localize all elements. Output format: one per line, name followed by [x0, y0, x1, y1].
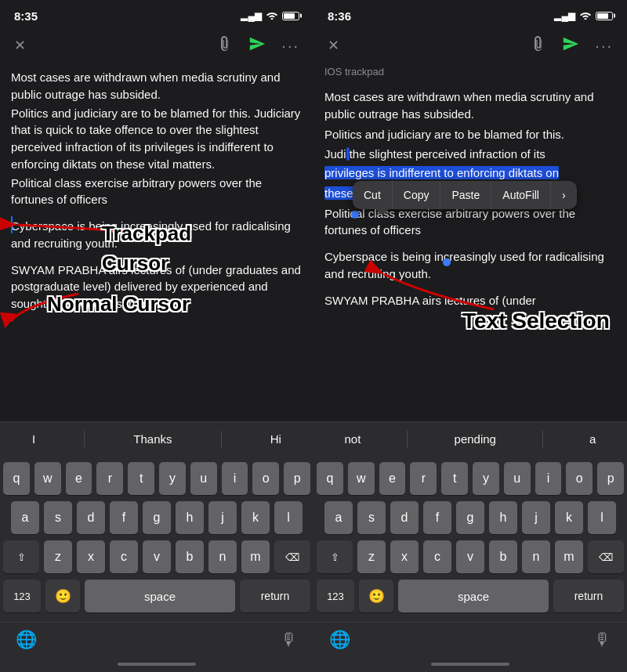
context-cut[interactable]: Cut	[353, 181, 393, 209]
rkey-y[interactable]: y	[473, 462, 499, 495]
rkey-b[interactable]: b	[489, 540, 517, 573]
rkey-a[interactable]: a	[324, 501, 353, 534]
right-mic-icon[interactable]: 🎙	[594, 630, 611, 650]
rkey-h[interactable]: h	[489, 501, 517, 534]
right-pred-2[interactable]: pending	[439, 428, 512, 450]
selection-handle-end[interactable]	[443, 258, 451, 266]
key-u[interactable]: u	[190, 462, 217, 495]
rkey-i[interactable]: i	[535, 462, 562, 495]
left-more-icon[interactable]: ···	[281, 37, 299, 55]
rkey-emoji[interactable]: 🙂	[359, 580, 393, 612]
rkey-space[interactable]: space	[398, 580, 549, 612]
rkey-q[interactable]: q	[317, 462, 343, 495]
rkey-n[interactable]: n	[522, 540, 550, 573]
key-123[interactable]: 123	[3, 580, 41, 612]
right-attach-icon[interactable]	[531, 36, 546, 56]
key-x[interactable]: x	[77, 540, 105, 573]
left-close-button[interactable]: ✕	[14, 37, 26, 54]
rkey-e[interactable]: e	[379, 462, 406, 495]
key-n[interactable]: n	[208, 540, 237, 573]
key-l[interactable]: l	[274, 501, 303, 534]
key-s[interactable]: s	[44, 501, 72, 534]
context-copy[interactable]: Copy	[393, 181, 441, 209]
left-para-2: Politics and judiciary are to be blamed …	[11, 105, 303, 173]
key-return[interactable]: return	[240, 580, 310, 612]
right-close-button[interactable]: ✕	[328, 37, 339, 54]
key-j[interactable]: j	[208, 501, 237, 534]
rkey-g[interactable]: g	[456, 501, 484, 534]
rkey-m[interactable]: m	[555, 540, 583, 573]
key-q[interactable]: q	[3, 462, 30, 495]
rkey-p[interactable]: p	[597, 462, 624, 495]
context-autofill[interactable]: AutoFill	[491, 181, 551, 209]
key-a[interactable]: a	[11, 501, 39, 534]
left-pred-3[interactable]: Hi	[255, 428, 297, 450]
key-k[interactable]: k	[241, 501, 270, 534]
key-v[interactable]: v	[143, 540, 171, 573]
selection-handle-start[interactable]	[351, 211, 359, 219]
rkey-f[interactable]: f	[423, 501, 451, 534]
key-b[interactable]: b	[176, 540, 204, 573]
key-d[interactable]: d	[77, 501, 105, 534]
key-z[interactable]: z	[44, 540, 72, 573]
normal-cursor-label: Normal Cursor	[47, 290, 190, 320]
left-bottom-bar: 🌐 🎙	[0, 622, 314, 656]
right-more-icon[interactable]: ···	[595, 37, 613, 55]
key-i[interactable]: i	[222, 462, 248, 495]
left-pred-2[interactable]: Thanks	[118, 428, 187, 450]
context-more[interactable]: ›	[551, 181, 577, 209]
rkey-c[interactable]: c	[423, 540, 451, 573]
key-h[interactable]: h	[176, 501, 204, 534]
rkey-r[interactable]: r	[410, 462, 437, 495]
rkey-t[interactable]: t	[441, 462, 468, 495]
key-shift[interactable]: ⇧	[3, 540, 39, 573]
rkey-delete[interactable]: ⌫	[588, 540, 624, 573]
rkey-s[interactable]: s	[357, 501, 386, 534]
right-toolbar: ✕ ···	[314, 28, 627, 63]
key-space[interactable]: space	[85, 580, 235, 612]
left-para-3: Political class exercise arbitrary power…	[11, 175, 303, 209]
rkey-l[interactable]: l	[588, 501, 616, 534]
key-p[interactable]: p	[284, 462, 310, 495]
rkey-k[interactable]: k	[555, 501, 583, 534]
rkey-d[interactable]: d	[390, 501, 419, 534]
key-y[interactable]: y	[159, 462, 186, 495]
left-attach-icon[interactable]	[217, 36, 233, 56]
left-send-icon[interactable]	[248, 35, 266, 56]
key-e[interactable]: e	[66, 462, 92, 495]
right-toolbar-right: ···	[531, 35, 613, 56]
right-pred-1[interactable]: not	[329, 428, 377, 450]
rkey-123[interactable]: 123	[317, 580, 354, 612]
left-mic-icon[interactable]: 🎙	[281, 630, 298, 650]
rkey-v[interactable]: v	[456, 540, 484, 573]
key-delete[interactable]: ⌫	[274, 540, 310, 573]
rkey-shift[interactable]: ⇧	[317, 540, 353, 573]
key-c[interactable]: c	[110, 540, 138, 573]
key-m[interactable]: m	[241, 540, 270, 573]
left-globe-icon[interactable]: 🌐	[16, 630, 37, 650]
rkey-u[interactable]: u	[504, 462, 531, 495]
key-t[interactable]: t	[128, 462, 154, 495]
key-o[interactable]: o	[252, 462, 279, 495]
rkey-z[interactable]: z	[357, 540, 386, 573]
left-keyboard: q w e r t y u i o p a s d f g h j k l ⇧ …	[0, 456, 314, 622]
right-home-indicator	[314, 656, 627, 672]
right-globe-icon[interactable]: 🌐	[329, 630, 350, 650]
key-r[interactable]: r	[96, 462, 123, 495]
rkey-o[interactable]: o	[566, 462, 593, 495]
selected-text-span-1: privileges is indifferent to enforcing d…	[324, 166, 559, 179]
context-paste[interactable]: Paste	[440, 181, 491, 209]
key-f[interactable]: f	[110, 501, 138, 534]
right-status-time: 8:36	[328, 9, 351, 23]
battery-icon	[282, 12, 299, 20]
rkey-return[interactable]: return	[553, 580, 624, 612]
key-g[interactable]: g	[143, 501, 171, 534]
right-send-icon[interactable]	[562, 35, 579, 56]
key-w[interactable]: w	[34, 462, 61, 495]
left-pred-1[interactable]: I	[16, 428, 51, 450]
rkey-w[interactable]: w	[348, 462, 375, 495]
key-emoji[interactable]: 🙂	[45, 580, 80, 612]
rkey-x[interactable]: x	[390, 540, 419, 573]
right-pred-3[interactable]: a	[574, 428, 611, 450]
rkey-j[interactable]: j	[522, 501, 550, 534]
